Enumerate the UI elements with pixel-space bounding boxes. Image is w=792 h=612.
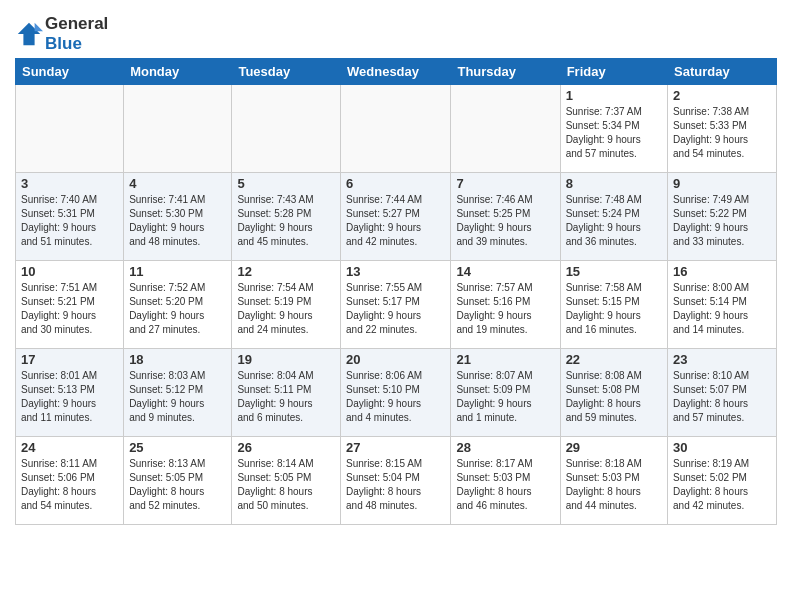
calendar-cell: 13Sunrise: 7:55 AM Sunset: 5:17 PM Dayli… xyxy=(341,261,451,349)
day-number: 11 xyxy=(129,264,226,279)
calendar-cell: 14Sunrise: 7:57 AM Sunset: 5:16 PM Dayli… xyxy=(451,261,560,349)
col-header-thursday: Thursday xyxy=(451,59,560,85)
calendar-cell: 6Sunrise: 7:44 AM Sunset: 5:27 PM Daylig… xyxy=(341,173,451,261)
day-info: Sunrise: 8:03 AM Sunset: 5:12 PM Dayligh… xyxy=(129,369,226,425)
day-number: 24 xyxy=(21,440,118,455)
calendar-cell: 29Sunrise: 8:18 AM Sunset: 5:03 PM Dayli… xyxy=(560,437,667,525)
day-number: 22 xyxy=(566,352,662,367)
calendar-cell: 9Sunrise: 7:49 AM Sunset: 5:22 PM Daylig… xyxy=(668,173,777,261)
day-info: Sunrise: 8:14 AM Sunset: 5:05 PM Dayligh… xyxy=(237,457,335,513)
calendar-week-row: 1Sunrise: 7:37 AM Sunset: 5:34 PM Daylig… xyxy=(16,85,777,173)
day-number: 27 xyxy=(346,440,445,455)
calendar-cell xyxy=(341,85,451,173)
calendar-cell: 11Sunrise: 7:52 AM Sunset: 5:20 PM Dayli… xyxy=(124,261,232,349)
calendar-week-row: 24Sunrise: 8:11 AM Sunset: 5:06 PM Dayli… xyxy=(16,437,777,525)
calendar-cell: 19Sunrise: 8:04 AM Sunset: 5:11 PM Dayli… xyxy=(232,349,341,437)
day-number: 6 xyxy=(346,176,445,191)
day-info: Sunrise: 8:10 AM Sunset: 5:07 PM Dayligh… xyxy=(673,369,771,425)
calendar-cell: 20Sunrise: 8:06 AM Sunset: 5:10 PM Dayli… xyxy=(341,349,451,437)
day-info: Sunrise: 7:49 AM Sunset: 5:22 PM Dayligh… xyxy=(673,193,771,249)
day-info: Sunrise: 7:40 AM Sunset: 5:31 PM Dayligh… xyxy=(21,193,118,249)
calendar-cell: 22Sunrise: 8:08 AM Sunset: 5:08 PM Dayli… xyxy=(560,349,667,437)
day-info: Sunrise: 7:37 AM Sunset: 5:34 PM Dayligh… xyxy=(566,105,662,161)
calendar-cell xyxy=(124,85,232,173)
calendar-table: SundayMondayTuesdayWednesdayThursdayFrid… xyxy=(15,58,777,525)
calendar-cell: 28Sunrise: 8:17 AM Sunset: 5:03 PM Dayli… xyxy=(451,437,560,525)
day-number: 10 xyxy=(21,264,118,279)
calendar-cell xyxy=(232,85,341,173)
calendar-cell xyxy=(451,85,560,173)
day-number: 2 xyxy=(673,88,771,103)
day-info: Sunrise: 8:13 AM Sunset: 5:05 PM Dayligh… xyxy=(129,457,226,513)
col-header-monday: Monday xyxy=(124,59,232,85)
day-info: Sunrise: 8:06 AM Sunset: 5:10 PM Dayligh… xyxy=(346,369,445,425)
day-number: 13 xyxy=(346,264,445,279)
day-number: 29 xyxy=(566,440,662,455)
day-number: 3 xyxy=(21,176,118,191)
day-info: Sunrise: 8:07 AM Sunset: 5:09 PM Dayligh… xyxy=(456,369,554,425)
day-number: 8 xyxy=(566,176,662,191)
calendar-cell: 1Sunrise: 7:37 AM Sunset: 5:34 PM Daylig… xyxy=(560,85,667,173)
day-number: 20 xyxy=(346,352,445,367)
calendar-cell: 7Sunrise: 7:46 AM Sunset: 5:25 PM Daylig… xyxy=(451,173,560,261)
day-info: Sunrise: 7:54 AM Sunset: 5:19 PM Dayligh… xyxy=(237,281,335,337)
calendar-cell xyxy=(16,85,124,173)
day-info: Sunrise: 8:15 AM Sunset: 5:04 PM Dayligh… xyxy=(346,457,445,513)
day-number: 17 xyxy=(21,352,118,367)
calendar-cell: 21Sunrise: 8:07 AM Sunset: 5:09 PM Dayli… xyxy=(451,349,560,437)
day-info: Sunrise: 7:48 AM Sunset: 5:24 PM Dayligh… xyxy=(566,193,662,249)
calendar-cell: 26Sunrise: 8:14 AM Sunset: 5:05 PM Dayli… xyxy=(232,437,341,525)
day-info: Sunrise: 8:19 AM Sunset: 5:02 PM Dayligh… xyxy=(673,457,771,513)
day-number: 16 xyxy=(673,264,771,279)
day-info: Sunrise: 8:18 AM Sunset: 5:03 PM Dayligh… xyxy=(566,457,662,513)
day-number: 19 xyxy=(237,352,335,367)
day-info: Sunrise: 7:52 AM Sunset: 5:20 PM Dayligh… xyxy=(129,281,226,337)
day-number: 21 xyxy=(456,352,554,367)
day-number: 25 xyxy=(129,440,226,455)
day-number: 14 xyxy=(456,264,554,279)
day-number: 1 xyxy=(566,88,662,103)
day-number: 15 xyxy=(566,264,662,279)
day-info: Sunrise: 8:17 AM Sunset: 5:03 PM Dayligh… xyxy=(456,457,554,513)
day-number: 18 xyxy=(129,352,226,367)
header: General Blue xyxy=(15,10,777,54)
day-info: Sunrise: 7:57 AM Sunset: 5:16 PM Dayligh… xyxy=(456,281,554,337)
day-info: Sunrise: 8:01 AM Sunset: 5:13 PM Dayligh… xyxy=(21,369,118,425)
day-info: Sunrise: 7:51 AM Sunset: 5:21 PM Dayligh… xyxy=(21,281,118,337)
day-info: Sunrise: 8:04 AM Sunset: 5:11 PM Dayligh… xyxy=(237,369,335,425)
day-number: 26 xyxy=(237,440,335,455)
calendar-cell: 2Sunrise: 7:38 AM Sunset: 5:33 PM Daylig… xyxy=(668,85,777,173)
col-header-sunday: Sunday xyxy=(16,59,124,85)
day-number: 12 xyxy=(237,264,335,279)
svg-marker-1 xyxy=(35,23,43,31)
day-number: 7 xyxy=(456,176,554,191)
calendar-cell: 17Sunrise: 8:01 AM Sunset: 5:13 PM Dayli… xyxy=(16,349,124,437)
day-number: 28 xyxy=(456,440,554,455)
day-info: Sunrise: 8:11 AM Sunset: 5:06 PM Dayligh… xyxy=(21,457,118,513)
logo: General Blue xyxy=(15,14,108,54)
calendar-cell: 4Sunrise: 7:41 AM Sunset: 5:30 PM Daylig… xyxy=(124,173,232,261)
calendar-cell: 8Sunrise: 7:48 AM Sunset: 5:24 PM Daylig… xyxy=(560,173,667,261)
day-number: 5 xyxy=(237,176,335,191)
calendar-header-row: SundayMondayTuesdayWednesdayThursdayFrid… xyxy=(16,59,777,85)
day-number: 4 xyxy=(129,176,226,191)
calendar-cell: 10Sunrise: 7:51 AM Sunset: 5:21 PM Dayli… xyxy=(16,261,124,349)
calendar-cell: 5Sunrise: 7:43 AM Sunset: 5:28 PM Daylig… xyxy=(232,173,341,261)
col-header-tuesday: Tuesday xyxy=(232,59,341,85)
day-info: Sunrise: 8:08 AM Sunset: 5:08 PM Dayligh… xyxy=(566,369,662,425)
calendar-cell: 30Sunrise: 8:19 AM Sunset: 5:02 PM Dayli… xyxy=(668,437,777,525)
day-info: Sunrise: 7:46 AM Sunset: 5:25 PM Dayligh… xyxy=(456,193,554,249)
calendar-cell: 24Sunrise: 8:11 AM Sunset: 5:06 PM Dayli… xyxy=(16,437,124,525)
logo-icon xyxy=(15,20,43,48)
day-number: 30 xyxy=(673,440,771,455)
col-header-wednesday: Wednesday xyxy=(341,59,451,85)
col-header-saturday: Saturday xyxy=(668,59,777,85)
day-info: Sunrise: 7:43 AM Sunset: 5:28 PM Dayligh… xyxy=(237,193,335,249)
day-info: Sunrise: 7:41 AM Sunset: 5:30 PM Dayligh… xyxy=(129,193,226,249)
calendar-cell: 12Sunrise: 7:54 AM Sunset: 5:19 PM Dayli… xyxy=(232,261,341,349)
calendar-cell: 16Sunrise: 8:00 AM Sunset: 5:14 PM Dayli… xyxy=(668,261,777,349)
calendar-cell: 27Sunrise: 8:15 AM Sunset: 5:04 PM Dayli… xyxy=(341,437,451,525)
calendar-cell: 23Sunrise: 8:10 AM Sunset: 5:07 PM Dayli… xyxy=(668,349,777,437)
day-info: Sunrise: 7:58 AM Sunset: 5:15 PM Dayligh… xyxy=(566,281,662,337)
calendar-week-row: 17Sunrise: 8:01 AM Sunset: 5:13 PM Dayli… xyxy=(16,349,777,437)
